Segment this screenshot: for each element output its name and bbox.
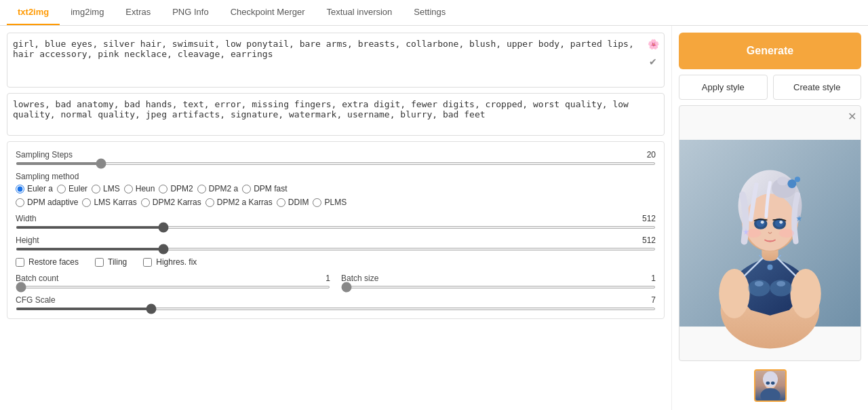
- radio-heun[interactable]: Heun: [124, 184, 155, 193]
- svg-point-15: [761, 221, 764, 224]
- radio-plms[interactable]: PLMS: [313, 198, 347, 207]
- batch-size-item: Batch size 1: [341, 274, 656, 288]
- close-image-button[interactable]: ✕: [848, 110, 856, 123]
- sampling-method-section: Sampling method Euler a Euler LMS: [16, 172, 656, 207]
- svg-point-31: [763, 371, 778, 388]
- sampling-method-radios: Euler a Euler LMS Heun: [16, 184, 656, 193]
- style-buttons: Apply style Create style: [679, 75, 861, 100]
- svg-point-33: [770, 381, 774, 385]
- svg-point-16: [779, 221, 783, 224]
- radio-dpm2[interactable]: DPM2: [159, 184, 193, 193]
- tab-checkpoint-merger[interactable]: Checkpoint Merger: [220, 0, 316, 25]
- highres-fix-checkbox[interactable]: Highres. fix: [143, 257, 197, 267]
- positive-prompt-input[interactable]: [7, 33, 664, 85]
- tiling-checkbox[interactable]: Tiling: [95, 257, 127, 267]
- svg-point-9: [787, 179, 796, 188]
- radio-euler-a[interactable]: Euler a: [16, 184, 53, 193]
- batch-count-slider[interactable]: [16, 286, 330, 288]
- tab-png-info[interactable]: PNG Info: [161, 0, 219, 25]
- radio-dpm-fast[interactable]: DPM fast: [242, 184, 287, 193]
- svg-point-32: [766, 381, 770, 385]
- generated-image: [679, 106, 861, 360]
- tab-txt2img[interactable]: txt2img: [7, 0, 60, 25]
- flower-icon-button[interactable]: 🌸: [645, 36, 661, 52]
- tab-extras[interactable]: Extras: [115, 0, 161, 25]
- check-icon-button[interactable]: ✔: [645, 54, 661, 70]
- thumbnail-item[interactable]: [754, 369, 787, 402]
- highres-fix-label: Highres. fix: [156, 257, 197, 267]
- create-style-button[interactable]: Create style: [773, 75, 862, 100]
- settings-section: Sampling Steps 20 Sampling method Euler …: [7, 141, 665, 319]
- height-slider[interactable]: [16, 248, 656, 250]
- positive-prompt-wrapper: 🌸 ✔: [7, 33, 665, 88]
- radio-dpm2a[interactable]: DPM2 a: [197, 184, 238, 193]
- cfg-scale-row: CFG Scale 7: [16, 295, 656, 310]
- svg-point-18: [778, 229, 794, 238]
- batch-size-slider[interactable]: [341, 286, 656, 288]
- sampling-steps-row: Sampling Steps 20: [16, 150, 656, 165]
- svg-point-28: [776, 281, 785, 286]
- radio-dpm-adaptive[interactable]: DPM adaptive: [16, 198, 78, 207]
- width-row: Width 512: [16, 214, 656, 229]
- svg-point-2: [767, 265, 772, 270]
- svg-point-14: [775, 219, 784, 227]
- radio-lms-karras[interactable]: LMS Karras: [82, 198, 136, 207]
- radio-lms[interactable]: LMS: [92, 184, 120, 193]
- left-panel: 🌸 ✔ Sampling Steps 20 Sampling method: [0, 26, 671, 410]
- tab-settings[interactable]: Settings: [403, 0, 456, 25]
- tiling-label: Tiling: [108, 257, 127, 267]
- radio-euler[interactable]: Euler: [57, 184, 87, 193]
- cfg-scale-slider[interactable]: [16, 308, 656, 310]
- tab-textual-inversion[interactable]: Textual inversion: [316, 0, 403, 25]
- feature-checkboxes: Restore faces Tiling Highres. fix: [16, 257, 656, 267]
- sampling-method-radios-2: DPM adaptive LMS Karras DPM2 Karras DPM2…: [16, 198, 656, 207]
- batch-count-item: Batch count 1: [16, 274, 330, 288]
- radio-dpm2a-karras[interactable]: DPM2 a Karras: [205, 198, 273, 207]
- svg-point-17: [746, 229, 762, 238]
- svg-point-27: [755, 281, 764, 286]
- height-row: Height 512: [16, 236, 656, 250]
- right-panel: Generate Apply style Create style ✕: [671, 26, 868, 410]
- svg-point-8: [777, 176, 788, 185]
- generate-button[interactable]: Generate: [679, 33, 861, 69]
- tab-img2img[interactable]: img2img: [60, 0, 115, 25]
- restore-faces-checkbox[interactable]: Restore faces: [16, 257, 79, 267]
- sampling-method-label: Sampling method: [16, 172, 656, 181]
- batch-row: Batch count 1 Batch size 1: [16, 274, 656, 288]
- restore-faces-label: Restore faces: [28, 257, 79, 267]
- svg-point-13: [756, 219, 765, 227]
- radio-dpm2-karras[interactable]: DPM2 Karras: [141, 198, 201, 207]
- negative-prompt-input[interactable]: [7, 93, 665, 136]
- prompt-action-buttons: 🌸 ✔: [645, 36, 661, 70]
- sampling-steps-slider[interactable]: [16, 162, 656, 165]
- svg-point-10: [795, 176, 800, 182]
- width-slider[interactable]: [16, 226, 656, 229]
- thumbnail-strip: [679, 367, 861, 405]
- apply-style-button[interactable]: Apply style: [679, 75, 768, 100]
- radio-ddim[interactable]: DDIM: [277, 198, 309, 207]
- tab-bar: txt2img img2img Extras PNG Info Checkpoi…: [0, 0, 868, 26]
- image-display-area: ✕: [679, 105, 861, 361]
